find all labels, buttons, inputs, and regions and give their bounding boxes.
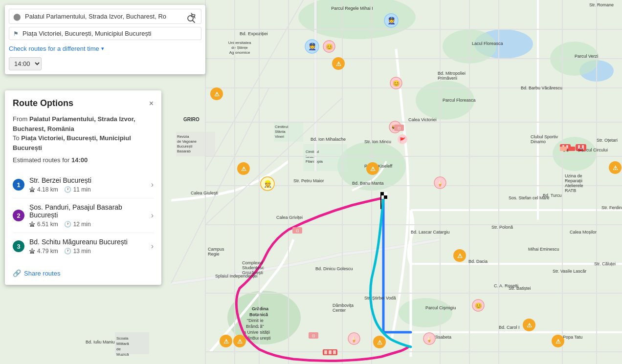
distance-icon-3: 🛣 (29, 248, 35, 255)
svg-text:Cimitirul: Cimitirul (275, 125, 288, 129)
svg-text:⊡: ⊡ (398, 126, 401, 130)
svg-text:⚠: ⚠ (457, 253, 463, 259)
svg-text:⚠: ⚠ (223, 338, 229, 345)
route-distance-3: 🛣 4.79 km (29, 248, 58, 255)
svg-text:C. A. Rosetti: C. A. Rosetti (494, 283, 518, 288)
svg-text:Revizia: Revizia (177, 134, 189, 139)
svg-text:😊: 😊 (475, 302, 482, 309)
check-routes-label: Check routes for a different time (9, 45, 99, 52)
route-options-title: Route Options (13, 98, 73, 108)
clock-icon-2: 🕐 (64, 221, 71, 228)
svg-text:Complexul: Complexul (242, 260, 263, 265)
svg-text:⚠: ⚠ (237, 338, 243, 345)
route-distance-2: 🛣 6.51 km (29, 221, 58, 228)
svg-text:Atelierele: Atelierele (565, 183, 583, 188)
to-label: To (13, 134, 21, 142)
svg-rect-187 (560, 147, 567, 151)
svg-text:Muzică: Muzică (116, 352, 129, 357)
route-chevron-3: › (151, 242, 154, 251)
route-item-2[interactable]: 2 Șos. Panduri, Pasajul Basarab Bucureșt… (13, 198, 154, 233)
svg-text:Calea Griviței: Calea Griviței (276, 215, 303, 220)
svg-point-9 (399, 298, 452, 327)
svg-text:🍦: 🍦 (351, 336, 357, 343)
share-icon: 🔗 (13, 269, 21, 277)
svg-text:Brândză": Brândză" (246, 324, 264, 329)
close-button[interactable]: × (149, 100, 154, 107)
svg-text:Str. Oțetari: Str. Oțetari (597, 138, 618, 143)
svg-text:⚠: ⚠ (555, 338, 561, 345)
svg-text:Bd. Lascar Catargiu: Bd. Lascar Catargiu (411, 230, 450, 235)
svg-line-192 (193, 21, 195, 23)
svg-text:Militară: Militară (116, 342, 129, 346)
route-item-3[interactable]: 3 Bd. Schitu Măgureanu București 🛣 4.79 … (13, 233, 154, 259)
svg-text:⚠: ⚠ (241, 166, 246, 172)
time-select[interactable]: 14:00 (9, 57, 42, 70)
route-item-1[interactable]: 1 Str. Berzei București 🛣 4.18 km 🕐 11 m… (13, 171, 154, 198)
svg-text:Str. Polonă: Str. Polonă (491, 225, 513, 230)
svg-text:⚠: ⚠ (377, 339, 382, 346)
svg-text:👮: 👮 (387, 17, 396, 25)
svg-rect-175 (329, 350, 332, 354)
route-info-1: Str. Berzei București 🛣 4.18 km 🕐 11 min (29, 176, 151, 193)
svg-text:RATB: RATB (565, 188, 576, 193)
svg-text:Center: Center (333, 308, 346, 313)
estimated-time-value: 14:00 (71, 156, 88, 164)
svg-point-8 (553, 137, 597, 171)
svg-text:Bd. Mitropoliei: Bd. Mitropoliei (438, 71, 466, 76)
svg-text:Bd. Dacia: Bd. Dacia (468, 259, 488, 264)
route-name-3: Bd. Schitu Măgureanu București (29, 238, 151, 246)
svg-text:Parcul Verzi: Parcul Verzi (575, 54, 598, 59)
route-name-1: Str. Berzei București (29, 176, 151, 184)
svg-text:Str. Căluței: Str. Căluței (594, 261, 616, 266)
destination-input-row[interactable]: ⚑ (9, 27, 201, 40)
svg-rect-176 (333, 350, 336, 354)
check-routes-link[interactable]: Check routes for a different time ▾ (9, 45, 104, 52)
svg-text:"Dimitrie: "Dimitrie (247, 318, 264, 323)
svg-text:Calea Victoriei: Calea Victoriei (408, 117, 437, 122)
svg-text:GRIRO: GRIRO (183, 117, 200, 122)
svg-text:București: București (177, 144, 193, 149)
share-routes-label: Share routes (24, 270, 60, 277)
route-duration-2: 🕐 12 min (64, 221, 91, 228)
svg-text:😊: 😊 (326, 43, 333, 50)
svg-text:⚠: ⚠ (370, 166, 376, 172)
origin-input[interactable] (25, 13, 189, 20)
route-chevron-2: › (151, 211, 154, 220)
svg-text:👷: 👷 (264, 180, 272, 188)
svg-text:Vineri: Vineri (275, 134, 284, 139)
estimated-time-row: Estimated routes for 14:00 (13, 156, 154, 164)
svg-text:Bd. Iuliu Maniu: Bd. Iuliu Maniu (86, 340, 115, 344)
svg-text:Sfânta: Sfânta (275, 129, 286, 134)
svg-text:👮: 👮 (308, 43, 317, 51)
svg-text:🚩: 🚩 (400, 137, 406, 143)
estimated-label: Estimated routes for (13, 156, 69, 164)
destination-input[interactable] (22, 30, 197, 37)
svg-text:Str. Vasile Lascăr: Str. Vasile Lascăr (553, 269, 586, 274)
share-routes-row[interactable]: 🔗 Share routes (13, 266, 154, 277)
svg-text:Parcul Regele Mihai I: Parcul Regele Mihai I (331, 6, 373, 11)
svg-text:Bd. Barbu Văcărescu: Bd. Barbu Văcărescu (521, 86, 562, 90)
svg-text:⚠: ⚠ (527, 322, 532, 329)
svg-text:⚠: ⚠ (214, 91, 220, 98)
svg-rect-188 (568, 147, 575, 151)
time-select-row: 14:00 (9, 57, 201, 70)
origin-input-row[interactable]: ⬤ (9, 9, 201, 24)
svg-text:😊: 😊 (393, 80, 400, 87)
route-options-panel: Route Options × From Palatul Parlamentul… (5, 90, 161, 285)
svg-text:Dinamo: Dinamo (531, 139, 546, 144)
svg-text:Basarab: Basarab (177, 149, 191, 153)
svg-text:Str. Ferdinand: Str. Ferdinand (601, 205, 622, 210)
svg-rect-71 (380, 194, 381, 209)
svg-text:🍦: 🍦 (426, 336, 433, 343)
svg-text:Str. Știrbei Vodă: Str. Știrbei Vodă (364, 296, 396, 300)
route-duration-3: 🕐 13 min (64, 248, 91, 255)
svg-text:Regie: Regie (208, 252, 220, 257)
origin-icon: ⬤ (13, 13, 21, 21)
route-info-2: Șos. Panduri, Pasajul Basarab București … (29, 203, 151, 228)
route-from-to: From Palatul Parlamentului, Strada Izvor… (13, 114, 154, 152)
search-button[interactable] (185, 13, 198, 28)
svg-rect-70 (384, 195, 387, 199)
svg-text:Studențesc: Studențesc (242, 265, 265, 270)
svg-text:Str. Petru Maior: Str. Petru Maior (293, 178, 324, 183)
svg-text:Bd. Expoziției: Bd. Expoziției (240, 31, 268, 36)
